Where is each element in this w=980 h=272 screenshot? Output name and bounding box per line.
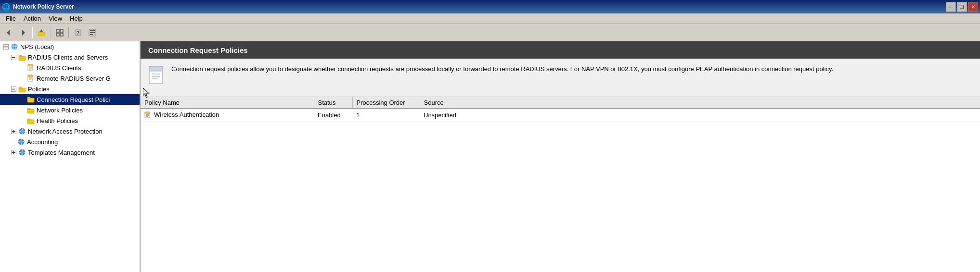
svg-rect-71 (149, 66, 163, 71)
toolbar: ? (0, 24, 980, 41)
expand-spacer (19, 106, 26, 114)
svg-rect-14 (90, 34, 93, 35)
expand-icon (10, 85, 17, 93)
expand-icon (10, 127, 17, 135)
table-row[interactable]: Wireless Authentication Enabled 1 Unspec… (141, 109, 980, 122)
doc-icon (27, 64, 35, 72)
expand-spacer (19, 117, 26, 124)
help-icon: ? (74, 29, 82, 37)
folder-icon (27, 117, 35, 124)
forward-button[interactable] (16, 26, 30, 39)
title-bar: 🌐 Network Policy Server ─ ❐ ✕ (0, 0, 980, 13)
svg-rect-76 (145, 112, 150, 114)
back-icon (5, 29, 13, 37)
menu-help[interactable]: Help (66, 14, 87, 23)
description-area: Connection request policies allow you to… (141, 59, 980, 97)
tree-item-label: Accounting (27, 138, 58, 146)
svg-rect-27 (28, 64, 33, 66)
folder-open-icon (27, 96, 35, 103)
expand-icon (10, 148, 17, 156)
grid-icon (56, 29, 64, 37)
svg-point-56 (20, 140, 23, 143)
tree-item-nps-root[interactable]: NPS (Local) (0, 41, 140, 52)
svg-rect-42 (27, 109, 34, 113)
svg-text:?: ? (77, 30, 79, 36)
properties-icon (89, 29, 96, 37)
folder-up-icon (38, 29, 45, 37)
tree-panel: NPS (Local) RADIUS Clients and Servers (0, 41, 141, 272)
svg-marker-4 (40, 29, 43, 32)
doc-icon (27, 74, 35, 82)
folder-icon (27, 106, 35, 114)
menu-action[interactable]: Action (20, 14, 45, 23)
svg-rect-5 (56, 29, 59, 32)
col-source[interactable]: Source (420, 97, 980, 109)
svg-marker-1 (22, 30, 25, 36)
tree-item-radius-clients[interactable]: RADIUS Clients (0, 62, 140, 73)
col-policy-name[interactable]: Policy Name (141, 97, 314, 109)
tree-item-policies[interactable]: Policies (0, 84, 140, 94)
app-icon: 🌐 (2, 3, 10, 11)
network-icon (18, 127, 26, 135)
cell-policy-name: Wireless Authentication (141, 109, 314, 122)
tree-item-health-policies[interactable]: Health Policies (0, 115, 140, 126)
toolbar-separator-1 (32, 27, 33, 38)
svg-rect-40 (27, 98, 34, 102)
cell-status: Enabled (314, 109, 352, 122)
title-bar-buttons: ─ ❐ ✕ (946, 2, 978, 12)
help-button[interactable]: ? (71, 26, 85, 39)
expand-spacer (19, 96, 26, 103)
folder-icon (18, 85, 26, 93)
svg-rect-44 (27, 120, 34, 124)
svg-marker-0 (7, 30, 10, 36)
right-panel: Connection Request Policies Connection r… (141, 41, 980, 272)
svg-rect-25 (19, 55, 22, 57)
expand-spacer (10, 138, 16, 146)
table-header-row: Policy Name Status Processing Order Sour… (141, 97, 980, 109)
menu-view[interactable]: View (45, 14, 66, 23)
tree-item-label: Policies (28, 86, 50, 93)
menu-file[interactable]: File (2, 14, 20, 23)
content-header: Connection Request Policies (141, 41, 980, 59)
tree-item-connection-request[interactable]: Connection Request Polici (0, 94, 140, 105)
globe-icon (11, 43, 18, 50)
svg-rect-43 (27, 108, 30, 110)
svg-rect-6 (60, 29, 63, 32)
folder-icon (18, 53, 26, 61)
svg-rect-45 (27, 119, 30, 120)
tree-item-network-access-protection[interactable]: Network Access Protection (0, 126, 140, 136)
expand-icon (10, 53, 17, 61)
cell-processing-order: 1 (352, 109, 420, 122)
tree-item-label: RADIUS Clients (37, 64, 81, 72)
toolbar-separator-3 (68, 27, 69, 38)
up-button[interactable] (35, 26, 48, 39)
menu-bar: File Action View Help (0, 13, 980, 24)
templates-icon (18, 148, 26, 156)
restore-button[interactable]: ❐ (957, 2, 967, 12)
col-processing-order[interactable]: Processing Order (352, 97, 420, 109)
description-text: Connection request policies allow you to… (171, 64, 833, 74)
svg-rect-39 (19, 87, 22, 88)
tree-item-label: Connection Request Polici (37, 96, 110, 103)
svg-rect-32 (28, 75, 33, 77)
col-status[interactable]: Status (314, 97, 352, 109)
svg-rect-7 (56, 33, 59, 36)
svg-rect-38 (19, 88, 26, 92)
tree-item-remote-radius[interactable]: Remote RADIUS Server G (0, 73, 140, 84)
tree-item-accounting[interactable]: Accounting (0, 136, 140, 147)
app-title: Network Policy Server (13, 3, 74, 10)
show-hide-button[interactable] (53, 26, 66, 39)
svg-point-65 (21, 151, 24, 154)
forward-icon (19, 29, 27, 37)
tree-item-network-policies[interactable]: Network Policies (0, 105, 140, 115)
tree-item-templates[interactable]: Templates Management (0, 147, 140, 158)
back-button[interactable] (2, 26, 15, 39)
expand-icon (2, 43, 10, 50)
minimize-button[interactable]: ─ (946, 2, 956, 12)
properties-button[interactable] (86, 26, 99, 39)
main-content: NPS (Local) RADIUS Clients and Servers (0, 41, 980, 272)
policies-table: Policy Name Status Processing Order Sour… (141, 97, 980, 122)
table-area: Policy Name Status Processing Order Sour… (141, 97, 980, 272)
close-button[interactable]: ✕ (968, 2, 978, 12)
tree-item-radius-clients-servers[interactable]: RADIUS Clients and Servers (0, 52, 140, 62)
